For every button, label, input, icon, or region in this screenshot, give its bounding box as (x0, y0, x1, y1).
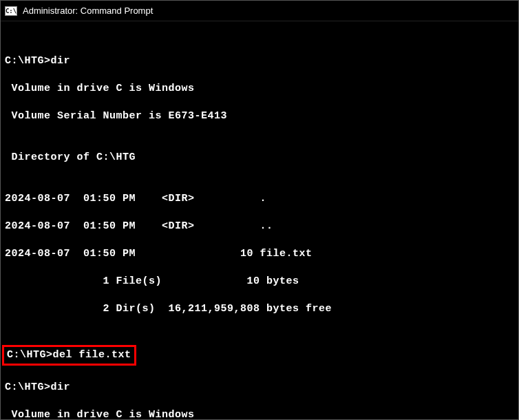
terminal-line: 2024-08-07 01:50 PM 10 file.txt (5, 247, 514, 261)
window-title: Administrator: Command Prompt (23, 6, 153, 16)
terminal-line: Directory of C:\HTG (5, 151, 514, 165)
terminal-line-prompt: C:\HTG>dir (5, 381, 514, 395)
terminal-line: 2024-08-07 01:50 PM <DIR> . (5, 192, 514, 206)
terminal-line-prompt: C:\HTG>dir (5, 54, 514, 68)
titlebar[interactable]: C:\ Administrator: Command Prompt (1, 1, 518, 21)
terminal-line: 1 File(s) 10 bytes (5, 275, 514, 288)
terminal-line: Volume in drive C is Windows (5, 408, 514, 420)
terminal-output[interactable]: C:\HTG>dir Volume in drive C is Windows … (1, 21, 518, 420)
terminal-line: 2024-08-07 01:50 PM <DIR> .. (5, 220, 514, 233)
highlighted-command: C:\HTG>del file.txt (2, 345, 136, 366)
terminal-line: Volume Serial Number is E673-E413 (5, 109, 514, 123)
terminal-line: 2 Dir(s) 16,211,959,808 bytes free (5, 302, 514, 316)
terminal-line: Volume in drive C is Windows (5, 82, 514, 96)
cmd-icon: C:\ (5, 6, 17, 16)
